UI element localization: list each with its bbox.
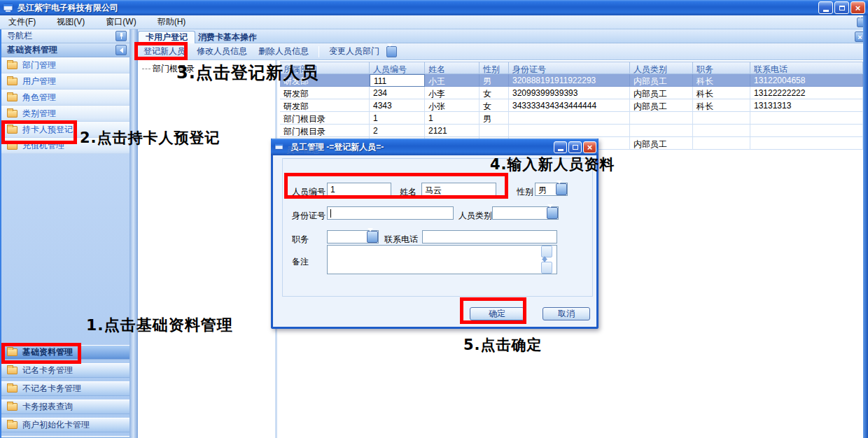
- cell[interactable]: 内部员工: [630, 87, 693, 99]
- sidebar-section-header[interactable]: 基础资料管理: [1, 43, 130, 57]
- modify-person-info-button[interactable]: 修改人员信息: [191, 43, 253, 59]
- text-caret: [330, 209, 331, 218]
- phone-input[interactable]: [422, 230, 557, 243]
- cell[interactable]: 内部员工: [630, 74, 693, 87]
- cell[interactable]: 部门根目录: [280, 112, 370, 125]
- remark-label: 备注: [292, 256, 309, 268]
- section-card-report-query[interactable]: 卡务报表查询: [1, 400, 130, 414]
- table-row[interactable]: 研发部 4343 小张 女 343333434343444444 内部员工 科长…: [280, 99, 863, 112]
- chevron-down-icon[interactable]: [547, 207, 558, 219]
- tab-consumer-card-operations[interactable]: 消费卡基本操作: [191, 31, 264, 43]
- section-named-card-mgmt[interactable]: 记名卡务管理: [1, 363, 130, 378]
- cell[interactable]: 234: [370, 87, 425, 99]
- menu-file[interactable]: 文件(F): [7, 15, 37, 29]
- table-row[interactable]: 部门根目录 2 2121: [280, 125, 863, 137]
- cell[interactable]: 13122004658: [750, 74, 863, 87]
- collapse-chevron-icon[interactable]: [115, 45, 127, 55]
- cell[interactable]: 女: [479, 87, 509, 99]
- sidebar-item-user-mgmt[interactable]: 用户管理: [1, 73, 130, 90]
- cell[interactable]: 小王: [425, 74, 479, 87]
- cell[interactable]: 32099399939393: [509, 87, 630, 99]
- cell[interactable]: 女: [479, 99, 509, 112]
- menu-help[interactable]: 帮助(H): [156, 15, 188, 29]
- pin-icon[interactable]: [115, 31, 127, 41]
- cell[interactable]: 男: [479, 112, 509, 125]
- menu-view[interactable]: 视图(V): [55, 15, 86, 29]
- cell[interactable]: 小张: [425, 99, 479, 112]
- scroll-down-icon[interactable]: [541, 262, 552, 274]
- highlight-box-basic-data-section: [1, 343, 81, 364]
- cell[interactable]: 科长: [693, 99, 750, 112]
- sidebar-item-category-mgmt[interactable]: 类别管理: [1, 106, 130, 122]
- section-anonymous-card-mgmt[interactable]: 不记名卡务管理: [1, 381, 130, 396]
- delete-person-info-button[interactable]: 删除人员信息: [253, 43, 314, 59]
- table-row[interactable]: 研发部 111 小王 男 320888191911922293 内部员工 科长 …: [280, 74, 863, 87]
- annotation-step5: 5.点击确定: [463, 335, 542, 355]
- cell[interactable]: 13122222222: [750, 87, 863, 99]
- cell[interactable]: 343333434343444444: [509, 99, 630, 112]
- cell[interactable]: 2: [370, 125, 425, 137]
- scroll-up-icon[interactable]: [541, 246, 552, 257]
- cell[interactable]: 科长: [693, 87, 750, 99]
- cell[interactable]: 1: [425, 112, 479, 125]
- annotation-step2: 2.点击持卡人预登记: [80, 128, 220, 148]
- col-job-title[interactable]: 职务: [693, 62, 750, 74]
- col-person-type[interactable]: 人员类别: [630, 62, 693, 74]
- col-id-number[interactable]: 身份证号: [509, 62, 630, 74]
- col-name[interactable]: 姓名: [425, 62, 479, 74]
- cell[interactable]: 内部员工: [630, 99, 693, 112]
- table-row[interactable]: 部门根目录 1 1 男: [280, 112, 863, 125]
- cell[interactable]: [750, 125, 863, 137]
- cell[interactable]: 研发部: [280, 87, 370, 99]
- sidebar-splitter[interactable]: [130, 29, 138, 438]
- chevron-down-icon[interactable]: [367, 231, 378, 243]
- tab-strip: 卡用户登记 消费卡基本操作 ×: [138, 29, 868, 43]
- cell[interactable]: 内部员工: [630, 137, 693, 150]
- cell[interactable]: 320888191911922293: [509, 74, 630, 87]
- sidebar-item-department-mgmt[interactable]: 部门管理: [1, 57, 130, 73]
- cell[interactable]: [509, 125, 630, 137]
- section-merchant-card-init-mgmt[interactable]: 商户初始化卡管理: [1, 418, 130, 432]
- cell[interactable]: [630, 112, 693, 125]
- table-row[interactable]: 研发部 234 小李 女 32099399939393 内部员工 科长 1312…: [280, 87, 863, 99]
- cell[interactable]: 部门根目录: [280, 125, 370, 137]
- job-title-select[interactable]: [327, 230, 379, 243]
- sidebar-item-role-mgmt[interactable]: 角色管理: [1, 90, 130, 106]
- cell[interactable]: [630, 125, 693, 137]
- tab-label: 消费卡基本操作: [198, 31, 257, 43]
- cell-editing[interactable]: 111: [370, 74, 425, 87]
- cell[interactable]: 2121: [425, 125, 479, 137]
- gender-select[interactable]: 男: [535, 183, 568, 196]
- cell[interactable]: 4343: [370, 99, 425, 112]
- toolbar-dropdown-chevron-icon[interactable]: [386, 46, 397, 57]
- cell[interactable]: 1: [370, 112, 425, 125]
- col-person-no[interactable]: 人员编号: [370, 62, 425, 74]
- folder-icon: [7, 110, 18, 118]
- close-icon[interactable]: ×: [850, 1, 865, 14]
- folder-icon: [7, 385, 18, 393]
- cell[interactable]: 13131313: [750, 99, 863, 112]
- cell[interactable]: [693, 125, 750, 137]
- restore-icon[interactable]: [834, 1, 849, 14]
- cell[interactable]: 男: [479, 74, 509, 87]
- col-phone[interactable]: 联系电话: [750, 62, 863, 74]
- change-person-department-button[interactable]: 变更人员部门: [323, 43, 385, 59]
- cell[interactable]: 小李: [425, 87, 479, 99]
- cell[interactable]: [750, 137, 863, 150]
- menu-window[interactable]: 窗口(W): [104, 15, 137, 29]
- person-type-select[interactable]: [492, 206, 559, 220]
- col-gender[interactable]: 性别: [479, 62, 509, 74]
- remark-textarea[interactable]: [327, 245, 557, 274]
- cell[interactable]: [693, 112, 750, 125]
- cancel-button[interactable]: 取消: [542, 307, 590, 320]
- cell[interactable]: 科长: [693, 74, 750, 87]
- minimize-icon[interactable]: [818, 1, 833, 14]
- toolbar-separator: [318, 46, 319, 57]
- cell[interactable]: [479, 125, 509, 137]
- cell[interactable]: [509, 112, 630, 125]
- cell[interactable]: [693, 137, 750, 150]
- chevron-down-icon[interactable]: [556, 183, 567, 195]
- cell[interactable]: [750, 112, 863, 125]
- id-number-input[interactable]: [327, 206, 454, 220]
- cell[interactable]: 研发部: [280, 99, 370, 112]
